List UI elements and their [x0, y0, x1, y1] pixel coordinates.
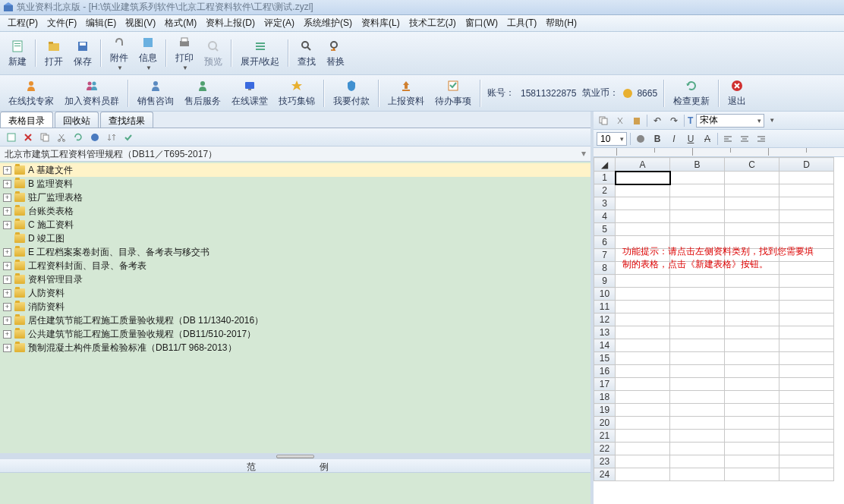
expand-icon[interactable]: + [3, 194, 11, 202]
mini-sort-icon[interactable] [104, 130, 119, 145]
cell[interactable] [779, 378, 834, 391]
horizontal-splitter[interactable] [0, 453, 590, 459]
update-button[interactable]: 检查更新 [669, 77, 714, 109]
cell[interactable] [616, 339, 670, 352]
cell[interactable] [725, 172, 779, 184]
menu-item-2[interactable]: 编辑(E) [81, 15, 121, 31]
cell[interactable] [670, 223, 725, 236]
cell[interactable] [725, 417, 779, 430]
cell[interactable] [779, 339, 834, 352]
underline-icon[interactable]: U [684, 132, 698, 146]
font-combo[interactable]: 宋体 [696, 114, 764, 128]
expand-button[interactable]: 展开/收起 [236, 37, 284, 70]
tree-item[interactable]: +预制混凝土构件质量检验标准（DB11/T 968-2013） [0, 341, 590, 354]
cell[interactable] [779, 455, 834, 468]
menu-item-1[interactable]: 文件(F) [43, 15, 81, 31]
replace-button[interactable]: 替换 [322, 37, 349, 70]
tree-item[interactable]: +A 基建文件 [0, 163, 590, 177]
tree-item[interactable]: +人防资料 [0, 286, 590, 300]
expand-icon[interactable]: + [3, 289, 11, 298]
row-header[interactable]: 10 [594, 288, 616, 301]
cell[interactable] [670, 275, 725, 288]
cell[interactable] [616, 313, 670, 326]
col-header[interactable]: D [779, 158, 834, 172]
cell[interactable] [725, 275, 779, 288]
cell[interactable] [779, 184, 834, 197]
row-header[interactable]: 23 [594, 455, 616, 468]
expand-icon[interactable]: + [3, 262, 11, 270]
copy-icon[interactable] [597, 114, 610, 128]
cell[interactable] [725, 223, 779, 236]
menu-item-5[interactable]: 资料上报(D) [201, 15, 260, 31]
cell[interactable] [779, 326, 834, 339]
cell[interactable] [616, 184, 670, 197]
cell[interactable] [670, 197, 725, 210]
cell[interactable] [616, 210, 670, 223]
expand-icon[interactable]: + [3, 344, 11, 352]
paste-icon[interactable] [630, 114, 644, 128]
row-header[interactable]: 3 [594, 197, 616, 210]
cell[interactable] [616, 223, 670, 236]
align-left-icon[interactable] [721, 132, 735, 146]
cell[interactable] [670, 172, 725, 184]
row-header[interactable]: 9 [594, 275, 616, 288]
cell[interactable] [779, 313, 834, 326]
cell[interactable] [725, 365, 779, 378]
cell[interactable] [670, 443, 725, 455]
row-header[interactable]: 17 [594, 378, 616, 391]
cell[interactable] [670, 468, 725, 481]
expand-icon[interactable]: + [3, 180, 11, 188]
exit-button[interactable]: 退出 [723, 77, 751, 109]
cell[interactable] [725, 468, 779, 481]
row-header[interactable]: 15 [594, 352, 616, 365]
expand-icon[interactable]: + [3, 166, 11, 175]
tree[interactable]: +A 基建文件+B 监理资料+驻厂监理表格+台账类表格+C 施工资料D 竣工图+… [0, 162, 590, 453]
cell[interactable] [616, 301, 670, 313]
cell[interactable] [779, 417, 834, 430]
cell[interactable] [779, 443, 834, 455]
expand-icon[interactable]: + [3, 317, 11, 325]
menu-item-0[interactable]: 工程(P) [3, 15, 43, 31]
cell[interactable] [779, 468, 834, 481]
cell[interactable] [779, 430, 834, 443]
expand-icon[interactable]: + [3, 303, 11, 311]
cell[interactable] [779, 223, 834, 236]
strike-icon[interactable]: A [701, 132, 714, 146]
menu-item-6[interactable]: 评定(A) [260, 15, 299, 31]
menu-item-11[interactable]: 工具(T) [502, 15, 541, 31]
mini-refresh-icon[interactable] [71, 130, 86, 145]
cell[interactable] [670, 352, 725, 365]
expand-icon[interactable]: + [3, 207, 11, 216]
cell[interactable] [670, 313, 725, 326]
cell[interactable] [670, 210, 725, 223]
undo-icon[interactable]: ↶ [650, 114, 664, 128]
tree-item[interactable]: +工程资料封面、目录、备考表 [0, 259, 590, 272]
find-button[interactable]: 查找 [293, 37, 320, 70]
cell[interactable] [670, 391, 725, 404]
cell[interactable] [616, 326, 670, 339]
after-button[interactable]: 售后服务 [180, 77, 225, 109]
tab-forms[interactable]: 表格目录 [0, 112, 53, 128]
cell[interactable] [779, 365, 834, 378]
cell[interactable] [779, 391, 834, 404]
tree-item[interactable]: +台账类表格 [0, 204, 590, 218]
italic-icon[interactable]: I [667, 132, 681, 146]
cell[interactable] [616, 197, 670, 210]
group-button[interactable]: 加入资料员群 [60, 77, 124, 109]
menu-item-12[interactable]: 帮助(H) [541, 15, 581, 31]
row-header[interactable]: 24 [594, 468, 616, 481]
cell[interactable] [779, 404, 834, 417]
cell[interactable] [670, 455, 725, 468]
row-header[interactable]: 11 [594, 301, 616, 313]
cell[interactable] [779, 352, 834, 365]
tips-button[interactable]: 技巧集锦 [274, 77, 320, 109]
cell[interactable] [725, 352, 779, 365]
cell[interactable] [725, 210, 779, 223]
tree-item[interactable]: +驻厂监理表格 [0, 191, 590, 204]
menu-item-7[interactable]: 系统维护(S) [299, 15, 357, 31]
row-header[interactable]: 14 [594, 339, 616, 352]
cell[interactable] [670, 326, 725, 339]
cell[interactable] [725, 443, 779, 455]
tree-item[interactable]: +E 工程档案案卷封面、目录、备考表与移交书 [0, 245, 590, 259]
cell[interactable] [670, 378, 725, 391]
